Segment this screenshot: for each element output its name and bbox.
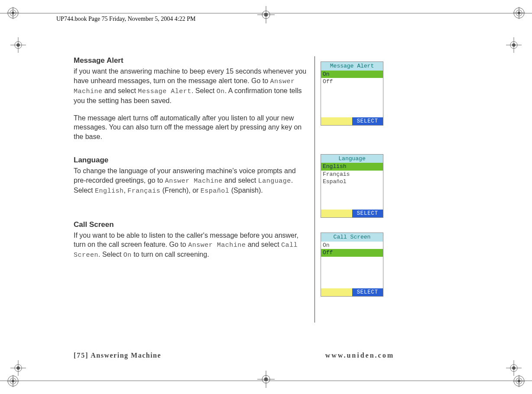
paragraph: if you want the answering machine to bee… [74, 67, 308, 106]
lcd-screen-body: On Off [321, 71, 383, 117]
lcd-softkey-right: SELECT [352, 210, 383, 217]
lcd-text: Français [127, 187, 160, 195]
svg-point-24 [262, 375, 270, 383]
text: to turn on call screening. [132, 251, 209, 258]
lcd-option-selected: Off [321, 249, 383, 257]
lcd-screen-body: On Off [321, 242, 383, 288]
footer-right-url: www.uniden.com [325, 352, 394, 359]
page-content: Message Alert if you want the answering … [74, 56, 394, 297]
registration-mark-icon [513, 375, 525, 387]
footer-left: [75] Answering Machine [74, 352, 161, 359]
text: and select [246, 241, 281, 248]
text-column: Message Alert if you want the answering … [74, 56, 308, 297]
section-message-alert: Message Alert if you want the answering … [74, 56, 308, 141]
lcd-screen-body: English Français Español [321, 163, 383, 210]
print-header-stamp: UP744.book Page 75 Friday, November 5, 2… [56, 16, 195, 23]
heading-call-screen: Call Screen [74, 220, 308, 229]
lcd-softkey-right: SELECT [352, 117, 383, 125]
lcd-option: Off [321, 78, 383, 86]
lcd-screen-message-alert: Message Alert On Off SELECT [321, 61, 383, 126]
lcd-option: Español [321, 178, 383, 186]
heading-language: Language [74, 156, 308, 165]
crop-mark-icon [10, 360, 26, 376]
text: . Select [98, 251, 123, 258]
lcd-softkey-left [321, 288, 352, 296]
lcd-screen-title: Call Screen [321, 233, 383, 242]
lcd-text: Answer Machine [165, 178, 223, 185]
page-number: [75] [74, 352, 89, 359]
text: and select [223, 177, 258, 184]
crop-rule-top [0, 13, 532, 13]
section-call-screen: Call Screen If you want to be able to li… [74, 220, 308, 260]
registration-mark-icon [7, 375, 19, 387]
lcd-text: Message Alert [138, 88, 191, 95]
text: . Select [191, 87, 217, 94]
page-footer: [75] Answering Machine www.uniden.com [74, 352, 394, 359]
lcd-text: Answer Machine [188, 242, 246, 249]
paragraph: The message alert turns off automaticall… [74, 113, 308, 142]
lcd-option: Français [321, 171, 383, 178]
lcd-screen-footer: SELECT [321, 210, 383, 217]
lcd-text: Español [201, 187, 230, 195]
crop-mark-icon [257, 6, 275, 23]
paragraph: If you want to be able to listen to the … [74, 231, 308, 260]
lcd-screen-footer: SELECT [321, 288, 383, 296]
lcd-option-selected: English [321, 163, 383, 171]
lcd-text: On [123, 252, 132, 259]
crop-mark-icon [257, 371, 275, 388]
lcd-softkey-left [321, 117, 352, 125]
svg-point-21 [264, 13, 268, 16]
vertical-rule [315, 56, 315, 323]
lcd-option-selected: On [321, 71, 383, 78]
footer-section-title: Answering Machine [89, 352, 161, 359]
crop-rule-bottom [0, 381, 532, 381]
text: (French), or [160, 187, 200, 194]
heading-message-alert: Message Alert [74, 56, 308, 65]
crop-mark-icon [10, 37, 26, 53]
lcd-screen-language: Language English Français Español SELECT [321, 154, 383, 218]
lcd-screen-footer: SELECT [321, 117, 383, 125]
lcd-option: On [321, 242, 383, 249]
paragraph: To change the language of your answering… [74, 166, 308, 196]
svg-point-20 [262, 11, 270, 19]
crop-mark-icon [506, 37, 522, 53]
lcd-text: Language [258, 178, 291, 185]
section-language: Language To change the language of your … [74, 156, 308, 196]
lcd-softkey-right: SELECT [352, 288, 383, 296]
lcd-text: On [217, 88, 225, 95]
screens-column: Message Alert On Off SELECT Language Eng… [321, 56, 394, 297]
lcd-screen-call-screen: Call Screen On Off SELECT [321, 233, 383, 297]
lcd-softkey-left [321, 210, 352, 217]
crop-mark-icon [506, 360, 522, 376]
lcd-screen-title: Message Alert [321, 62, 383, 71]
text: , [123, 187, 127, 194]
text: and select [103, 87, 138, 94]
lcd-text: English [95, 187, 124, 195]
lcd-screen-title: Language [321, 155, 383, 163]
text: (Spanish). [229, 187, 263, 194]
